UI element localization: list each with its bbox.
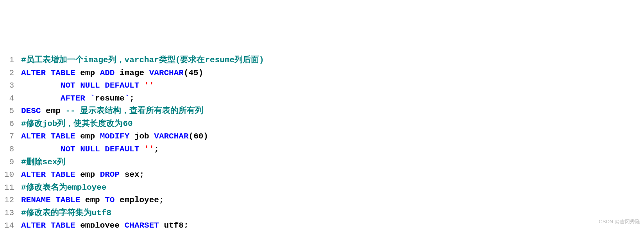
token-kw: DEFAULT bbox=[105, 145, 139, 154]
token-bk: ` bbox=[90, 94, 95, 103]
line-number: 5 bbox=[0, 105, 21, 118]
code-line[interactable]: 3 NOT NULL DEFAULT '' bbox=[0, 79, 644, 92]
token-kw: VARCHAR bbox=[149, 68, 184, 77]
code-content[interactable]: ALTER TABLE emp MODIFY job VARCHAR(60) bbox=[21, 130, 644, 143]
token-kw: NULL bbox=[80, 145, 100, 154]
code-content[interactable]: ALTER TABLE employee CHARSET utf8; bbox=[21, 219, 644, 228]
code-content[interactable]: #员工表增加一个image列，varchar类型(要求在resume列后面) bbox=[21, 54, 644, 67]
token-kw: ALTER bbox=[21, 68, 46, 77]
code-content[interactable]: #修改表名为employee bbox=[21, 181, 644, 194]
code-content[interactable]: ALTER TABLE emp DROP sex; bbox=[21, 169, 644, 181]
line-number: 13 bbox=[0, 207, 21, 220]
code-content[interactable]: #修改表的字符集为utf8 bbox=[21, 207, 644, 220]
token-txt bbox=[21, 81, 61, 90]
token-kw: DROP bbox=[100, 170, 120, 179]
token-txt: ; bbox=[129, 94, 134, 103]
token-cmt: #删除sex列 bbox=[21, 158, 65, 167]
code-content[interactable]: AFTER `resume`; bbox=[21, 92, 644, 105]
token-kw: ALTER bbox=[21, 221, 46, 228]
token-cmt: #修改表名为employee bbox=[21, 183, 106, 192]
token-txt bbox=[100, 145, 105, 154]
token-kw: ALTER bbox=[21, 170, 46, 179]
code-line[interactable]: 7ALTER TABLE emp MODIFY job VARCHAR(60) bbox=[0, 130, 644, 143]
token-str: '' bbox=[144, 81, 154, 90]
token-kw: RENAME bbox=[21, 196, 51, 205]
token-cmt: -- 显示表结构，查看所有表的所有列 bbox=[65, 106, 203, 115]
token-txt: emp bbox=[75, 68, 100, 77]
token-kw: TABLE bbox=[51, 68, 75, 77]
token-txt: sex; bbox=[120, 170, 144, 179]
token-txt bbox=[75, 145, 80, 154]
code-line[interactable]: 10ALTER TABLE emp DROP sex; bbox=[0, 169, 644, 181]
code-line[interactable]: 11#修改表名为employee bbox=[0, 181, 644, 194]
line-number: 10 bbox=[0, 169, 21, 181]
token-txt bbox=[46, 221, 51, 228]
token-kw: ADD bbox=[100, 68, 115, 77]
token-txt: ) bbox=[203, 132, 208, 141]
token-kw: TABLE bbox=[51, 132, 75, 141]
token-txt: job bbox=[129, 132, 154, 141]
code-line[interactable]: 1#员工表增加一个image列，varchar类型(要求在resume列后面) bbox=[0, 54, 644, 67]
line-number: 3 bbox=[0, 79, 21, 92]
token-txt bbox=[85, 94, 90, 103]
token-txt bbox=[140, 145, 145, 154]
code-content[interactable]: DESC emp -- 显示表结构，查看所有表的所有列 bbox=[21, 105, 644, 118]
line-number: 2 bbox=[0, 67, 21, 80]
token-txt: image bbox=[114, 68, 149, 77]
token-txt: employee; bbox=[114, 196, 164, 205]
token-kw: TABLE bbox=[55, 196, 80, 205]
token-txt bbox=[21, 145, 61, 154]
code-content[interactable]: ALTER TABLE emp ADD image VARCHAR(45) bbox=[21, 67, 644, 80]
token-txt bbox=[46, 170, 51, 179]
code-line[interactable]: 14ALTER TABLE employee CHARSET utf8; bbox=[0, 219, 644, 228]
token-kw: TO bbox=[105, 196, 114, 205]
code-line[interactable]: 4 AFTER `resume`; bbox=[0, 92, 644, 105]
code-line[interactable]: 13#修改表的字符集为utf8 bbox=[0, 207, 644, 220]
code-content[interactable]: NOT NULL DEFAULT ''; bbox=[21, 143, 644, 156]
token-cmt: #修改job列，使其长度改为60 bbox=[21, 119, 133, 128]
code-line[interactable]: 8 NOT NULL DEFAULT ''; bbox=[0, 143, 644, 156]
token-kw: TABLE bbox=[51, 221, 75, 228]
token-cmt: #修改表的字符集为utf8 bbox=[21, 208, 111, 217]
token-txt: emp bbox=[75, 132, 100, 141]
line-number: 8 bbox=[0, 143, 21, 156]
token-txt: emp bbox=[41, 106, 65, 115]
line-number: 14 bbox=[0, 219, 21, 228]
code-line[interactable]: 2ALTER TABLE emp ADD image VARCHAR(45) bbox=[0, 67, 644, 80]
line-number: 9 bbox=[0, 156, 21, 169]
token-txt bbox=[46, 68, 51, 77]
line-number: 11 bbox=[0, 181, 21, 194]
token-kw: CHARSET bbox=[125, 221, 159, 228]
token-txt: ; bbox=[154, 145, 159, 154]
code-line[interactable]: 6#修改job列，使其长度改为60 bbox=[0, 118, 644, 131]
token-txt bbox=[51, 196, 56, 205]
token-txt: ) bbox=[199, 68, 204, 77]
token-kw: NOT bbox=[61, 145, 75, 154]
code-content[interactable]: #修改job列，使其长度改为60 bbox=[21, 118, 644, 131]
token-txt bbox=[21, 94, 61, 103]
token-kw: DEFAULT bbox=[105, 81, 139, 90]
watermark: CSDN @吉冈秀隆 bbox=[599, 218, 640, 226]
line-number: 7 bbox=[0, 130, 21, 143]
line-number: 1 bbox=[0, 54, 21, 67]
token-txt: emp bbox=[75, 170, 100, 179]
token-str: '' bbox=[144, 145, 154, 154]
code-content[interactable]: #删除sex列 bbox=[21, 156, 644, 169]
token-num: 45 bbox=[189, 68, 199, 77]
code-editor: 1#员工表增加一个image列，varchar类型(要求在resume列后面)2… bbox=[0, 54, 644, 228]
line-number: 6 bbox=[0, 118, 21, 131]
code-line[interactable]: 12RENAME TABLE emp TO employee; bbox=[0, 194, 644, 207]
token-kw: VARCHAR bbox=[154, 132, 188, 141]
token-txt bbox=[46, 132, 51, 141]
token-kw: NULL bbox=[80, 81, 100, 90]
code-line[interactable]: 5DESC emp -- 显示表结构，查看所有表的所有列 bbox=[0, 105, 644, 118]
code-content[interactable]: RENAME TABLE emp TO employee; bbox=[21, 194, 644, 207]
token-bk: ` bbox=[125, 94, 130, 103]
token-kw: AFTER bbox=[61, 94, 85, 103]
token-cmt: #员工表增加一个image列，varchar类型(要求在resume列后面) bbox=[21, 56, 264, 65]
code-content[interactable]: NOT NULL DEFAULT '' bbox=[21, 79, 644, 92]
code-line[interactable]: 9#删除sex列 bbox=[0, 156, 644, 169]
token-txt: resume bbox=[95, 94, 125, 103]
token-txt: ( bbox=[189, 132, 194, 141]
token-txt: ( bbox=[184, 68, 189, 77]
